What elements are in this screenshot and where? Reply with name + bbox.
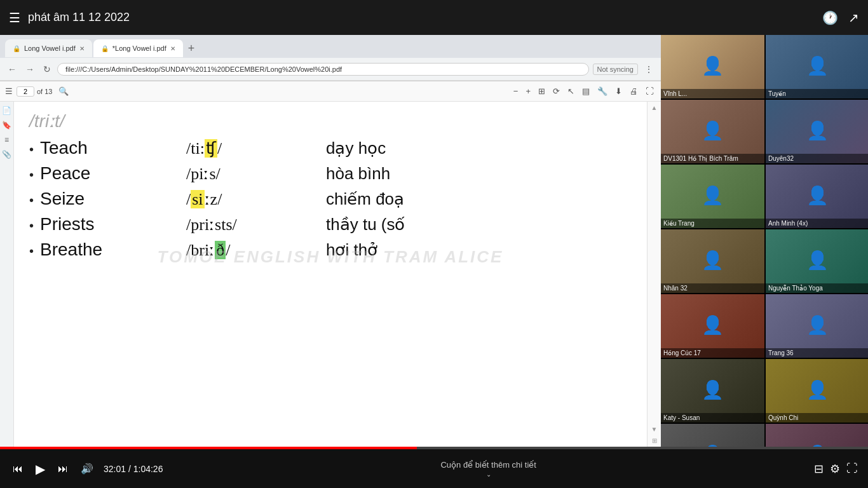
pdf-scroll-up[interactable]: ▲ — [651, 104, 658, 111]
word-teach-ipa: /ti:ʧ/ — [186, 139, 326, 158]
page-number-input[interactable] — [17, 86, 34, 97]
person-icon-duyen: 👤 — [806, 120, 829, 141]
teach-highlight: ʧ — [205, 139, 217, 158]
person-icon-minh: 👤 — [806, 185, 829, 206]
fullscreen-pdf-btn[interactable]: ⛶ — [644, 85, 656, 97]
pdf-scroll-down[interactable]: ▼ — [651, 426, 658, 433]
print-btn[interactable]: 🖨 — [628, 85, 640, 97]
page-indicator: of 13 — [17, 86, 52, 97]
browser-area: 🔒 Long Vowel i.pdf ✕ 🔒 *Long Vowel i.pdf… — [0, 35, 661, 447]
skip-back-button[interactable]: ⏮ — [10, 461, 25, 477]
zoom-in-btn[interactable]: + — [524, 85, 532, 97]
participant-cell-hong: 👤 Hồng Cúc 17 — [661, 294, 764, 358]
participant-name-vinh: Vĩnh L... — [661, 89, 764, 98]
tab-2-label[interactable]: *Long Vowel i.pdf — [112, 44, 166, 52]
progress-bar-fill — [0, 447, 417, 449]
seize-highlight: si — [191, 190, 204, 208]
volume-button[interactable]: 🔊 — [78, 460, 96, 477]
bullet-seize: • — [29, 193, 34, 208]
word-entry-teach: • Teach /ti:ʧ/ dạy học — [29, 138, 632, 158]
refresh-button[interactable]: ↻ — [41, 63, 53, 76]
forward-button[interactable]: → — [23, 63, 37, 76]
rotate-btn[interactable]: ⟳ — [551, 85, 562, 97]
page-title-text: phát âm 11 12 2022 — [28, 11, 130, 24]
bullet-teach: • — [29, 142, 34, 157]
word-entry-breathe: • Breathe /briːð/ hơi thở — [29, 240, 632, 260]
word-entry-peace: • Peace /piːs/ hòa bình — [29, 163, 632, 184]
word-seize-english: Seize — [40, 189, 186, 209]
participant-cell-duyen: 👤 Duyên32 — [766, 100, 868, 163]
scroll-hint-arrow-icon: ⌄ — [486, 471, 491, 478]
participant-name-hong: Hồng Cúc 17 — [661, 348, 764, 358]
word-priests-viet: thầy tu (số — [326, 215, 405, 234]
play-button[interactable]: ▶ — [33, 459, 48, 479]
pdf-zoom-icon[interactable]: ⊞ — [652, 437, 657, 444]
sidebar-pages-icon[interactable]: 📄 — [2, 104, 11, 117]
person-icon-kieu: 👤 — [702, 185, 724, 206]
participant-name-trang: Trang 36 — [766, 348, 868, 358]
bullet-peace: • — [29, 168, 34, 182]
participant-cell-nhan: 👤 Nhân 32 — [661, 229, 764, 293]
tab-lock-icon: 🔒 — [13, 45, 20, 52]
tab-2-close[interactable]: ✕ — [170, 45, 175, 52]
share-icon[interactable]: ↗ — [848, 10, 859, 25]
participant-name-thao: Nguyễn Thảo Yoga — [766, 283, 868, 293]
participant-cell-katy: 👤 Katy - Susan — [661, 359, 764, 423]
fit-page-btn[interactable]: ⊞ — [536, 85, 547, 97]
bottom-center: Cuộn để biết thêm chi tiết ⌄ — [170, 460, 806, 478]
back-button[interactable]: ← — [5, 63, 19, 76]
browser-menu-icon[interactable]: ⋮ — [642, 63, 656, 76]
address-bar: ← → ↻ Not syncing ⋮ — [0, 58, 661, 81]
scroll-mode-btn[interactable]: ▤ — [580, 85, 592, 97]
pdf-content[interactable]: TOMOE ENGLISH WITH TRAM ALICE /triːt/ • … — [14, 102, 647, 447]
word-peace-ipa: /piːs/ — [186, 164, 326, 184]
cursor-tool-btn[interactable]: ↖ — [566, 85, 576, 97]
scroll-hint-text: Cuộn để biết thêm chi tiết — [440, 460, 536, 470]
participant-cell-thao: 👤 Nguyễn Thảo Yoga — [766, 229, 868, 293]
url-input[interactable] — [57, 63, 589, 76]
skip-forward-button[interactable]: ⏭ — [55, 461, 71, 477]
tab-1-label[interactable]: Long Vowel i.pdf — [24, 44, 76, 52]
tab-1-close[interactable]: ✕ — [79, 45, 85, 52]
pdf-main: 📄 🔖 ≡ 📎 TOMOE ENGLISH WITH TRAM ALICE /t… — [0, 102, 661, 447]
word-seize-viet: chiếm đoạ — [326, 189, 404, 209]
participant-name-katy: Katy - Susan — [661, 413, 764, 423]
fullscreen-button[interactable]: ⛶ — [846, 462, 858, 475]
sidebar-bookmarks-icon[interactable]: 🔖 — [2, 119, 11, 132]
participant-cell-minh: 👤 Anh Minh (4x) — [766, 165, 868, 228]
main-content: 🔒 Long Vowel i.pdf ✕ 🔒 *Long Vowel i.pdf… — [0, 35, 868, 447]
participant-cell-quynh: 👤 Quỳnh Chi — [766, 359, 868, 423]
settings-button[interactable]: ⚙ — [830, 462, 840, 476]
download-btn[interactable]: ⬇ — [613, 85, 624, 97]
person-icon-katy: 👤 — [702, 379, 724, 400]
person-icon-nhan: 👤 — [702, 250, 724, 271]
word-breathe-ipa: /briːð/ — [186, 240, 326, 260]
tab-bar: 🔒 Long Vowel i.pdf ✕ 🔒 *Long Vowel i.pdf… — [0, 35, 661, 58]
pdf-search-icon[interactable]: 🔍 — [58, 86, 69, 96]
participant-name-tuyen: Tuyến — [766, 89, 868, 98]
participant-cell-tuyen: 👤 Tuyến — [766, 35, 868, 98]
bottom-bar: ⏮ ▶ ⏭ 🔊 32:01 / 1:04:26 Cuộn để biết thê… — [0, 447, 868, 488]
sidebar-layers-icon[interactable]: ≡ — [4, 133, 9, 146]
person-icon-quynh: 👤 — [806, 379, 829, 400]
browser-tab-2[interactable]: 🔒 *Long Vowel i.pdf ✕ — [93, 39, 183, 57]
word-peace-english: Peace — [40, 163, 186, 184]
sidebar-attachments-icon[interactable]: 📎 — [2, 148, 11, 161]
new-tab-button[interactable]: + — [184, 42, 199, 55]
pdf-right-sidebar: ▲ ▼ ⊞ — [647, 102, 661, 447]
total-pages: of 13 — [37, 88, 52, 95]
menu-icon[interactable]: ☰ — [9, 10, 20, 25]
progress-bar-container[interactable] — [0, 447, 868, 449]
pdf-sidebar-toggle[interactable]: ☰ — [5, 86, 13, 96]
browser-tab-1[interactable]: 🔒 Long Vowel i.pdf ✕ — [5, 39, 92, 57]
zoom-out-btn[interactable]: − — [512, 85, 520, 97]
tools-btn[interactable]: 🔧 — [595, 85, 609, 97]
participant-name-minh: Anh Minh (4x) — [766, 219, 868, 228]
participant-cell-vinh: 👤 Vĩnh L... — [661, 35, 764, 98]
participants-grid: 👤 Vĩnh L... 👤 Tuyến 👤 DV1301 Hồ Thị Bích… — [661, 35, 868, 488]
word-teach-english: Teach — [40, 138, 186, 158]
person-icon-trang: 👤 — [806, 315, 829, 336]
tab-lock-icon-2: 🔒 — [101, 45, 109, 52]
participant-name-tram: DV1301 Hồ Thị Bích Trâm — [661, 154, 764, 163]
captions-button[interactable]: ⊟ — [814, 462, 824, 476]
